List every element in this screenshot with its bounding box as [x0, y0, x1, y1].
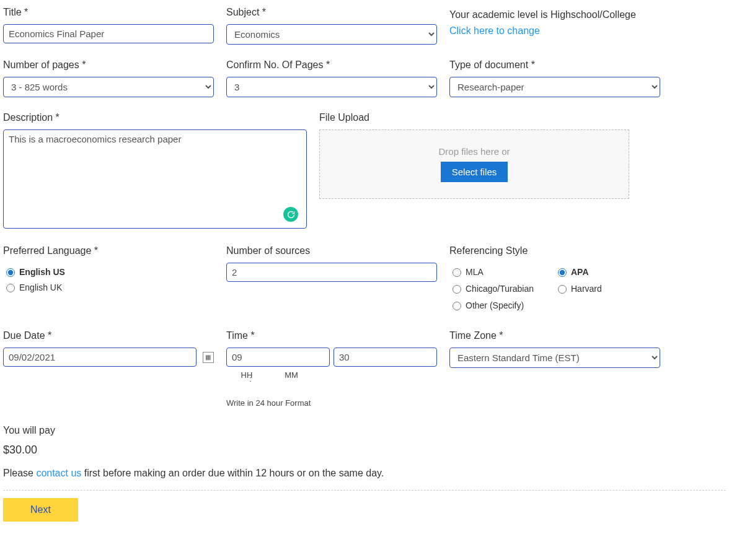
ref-apa-row[interactable]: APA	[555, 266, 660, 277]
contact-suffix: first before making an order due within …	[81, 468, 384, 478]
timezone-field: Time Zone * Eastern Standard Time (EST)	[449, 330, 660, 408]
sources-field: Number of sources	[226, 245, 437, 315]
ref-other-label: Other (Specify)	[466, 300, 524, 310]
ref-harvard-label: Harvard	[571, 284, 602, 294]
referencing-field: Referencing Style MLA APA Chicago/Turabi…	[449, 245, 660, 315]
file-upload-field: File Upload Drop files here or Select fi…	[319, 112, 629, 230]
description-wrap	[3, 129, 307, 230]
due-date-input[interactable]	[3, 348, 197, 367]
timezone-select[interactable]: Eastern Standard Time (EST)	[449, 348, 660, 368]
referencing-label: Referencing Style	[449, 245, 660, 256]
preferred-language-field: Preferred Language * English US English …	[3, 245, 214, 315]
description-field: Description *	[3, 112, 307, 230]
pay-amount: $30.00	[3, 444, 726, 457]
ref-chicago-row[interactable]: Chicago/Turabian	[449, 283, 555, 294]
due-date-label: Due Date *	[3, 330, 214, 341]
ref-harvard-radio[interactable]	[558, 285, 567, 294]
contact-prefix: Please	[3, 468, 36, 478]
form-grid: Title * Subject * Economics Your academi…	[3, 3, 726, 408]
confirm-pages-select[interactable]: 3	[226, 77, 437, 97]
lang-us-radio-row[interactable]: English US	[3, 266, 214, 277]
doctype-label: Type of document *	[449, 59, 660, 71]
subject-select[interactable]: Economics	[226, 24, 437, 45]
ref-mla-row[interactable]: MLA	[449, 266, 555, 277]
ref-chicago-label: Chicago/Turabian	[466, 284, 534, 294]
time-label: Time *	[226, 330, 437, 341]
ref-mla-radio[interactable]	[453, 268, 461, 277]
academic-level-note: Your academic level is Highschool/Colleg…	[449, 7, 660, 45]
ref-apa-label: APA	[571, 267, 589, 277]
ref-other-radio[interactable]	[453, 302, 461, 310]
title-label: Title *	[3, 7, 214, 18]
file-upload-label: File Upload	[319, 112, 629, 123]
description-label: Description *	[3, 112, 307, 123]
contact-link[interactable]: contact us	[36, 468, 81, 478]
pages-label: Number of pages *	[3, 59, 214, 71]
lang-us-radio[interactable]	[6, 268, 15, 277]
time-mm-label: MM	[271, 370, 312, 380]
subject-label: Subject *	[226, 7, 437, 18]
select-files-button[interactable]: Select files	[441, 162, 508, 182]
title-input[interactable]	[3, 24, 214, 43]
pay-label: You will pay	[3, 425, 726, 436]
confirm-pages-field: Confirm No. Of Pages * 3	[226, 59, 437, 97]
change-level-link[interactable]: Click here to change	[449, 25, 540, 36]
sources-label: Number of sources	[226, 245, 437, 256]
due-date-field: Due Date * ▦	[3, 330, 214, 408]
time-mm-input[interactable]	[334, 348, 437, 367]
contact-note: Please contact us first before making an…	[3, 468, 726, 479]
ref-chicago-radio[interactable]	[453, 285, 461, 294]
subject-field: Subject * Economics	[226, 7, 437, 45]
divider	[3, 490, 726, 491]
confirm-pages-label: Confirm No. Of Pages *	[226, 59, 437, 71]
calendar-icon[interactable]: ▦	[203, 352, 214, 363]
dropzone-text: Drop files here or	[438, 146, 510, 157]
desc-upload-row: Description * File Upload Drop files her…	[3, 112, 660, 230]
ref-harvard-row[interactable]: Harvard	[555, 283, 660, 294]
pages-field: Number of pages * 3 - 825 words	[3, 59, 214, 97]
doctype-field: Type of document * Research-paper	[449, 59, 660, 97]
time-hh-input[interactable]	[226, 348, 330, 367]
file-dropzone[interactable]: Drop files here or Select files	[319, 129, 629, 199]
lang-uk-radio-row[interactable]: English UK	[3, 282, 214, 292]
ref-apa-radio[interactable]	[558, 268, 567, 277]
preferred-language-label: Preferred Language *	[3, 245, 214, 256]
academic-level-text: Your academic level is Highschool/Colleg…	[449, 9, 636, 20]
ref-mla-label: MLA	[466, 267, 484, 277]
pages-select[interactable]: 3 - 825 words	[3, 77, 214, 97]
time-field: Time * HH : MM Write in 24 hour Format	[226, 330, 437, 408]
lang-uk-radio[interactable]	[6, 284, 15, 292]
ref-other-row[interactable]: Other (Specify)	[449, 300, 660, 310]
lang-us-label: English US	[19, 267, 65, 277]
sources-input[interactable]	[226, 263, 437, 282]
time-format-note: Write in 24 hour Format	[226, 398, 437, 408]
description-textarea[interactable]	[3, 129, 307, 229]
grammarly-icon	[283, 207, 298, 222]
time-colon: :	[249, 374, 252, 383]
timezone-label: Time Zone *	[449, 330, 660, 341]
lang-uk-label: English UK	[19, 282, 62, 292]
title-field: Title *	[3, 7, 214, 45]
time-hh-label: HH	[226, 370, 267, 380]
next-button[interactable]: Next	[3, 498, 78, 522]
doctype-select[interactable]: Research-paper	[449, 77, 660, 97]
